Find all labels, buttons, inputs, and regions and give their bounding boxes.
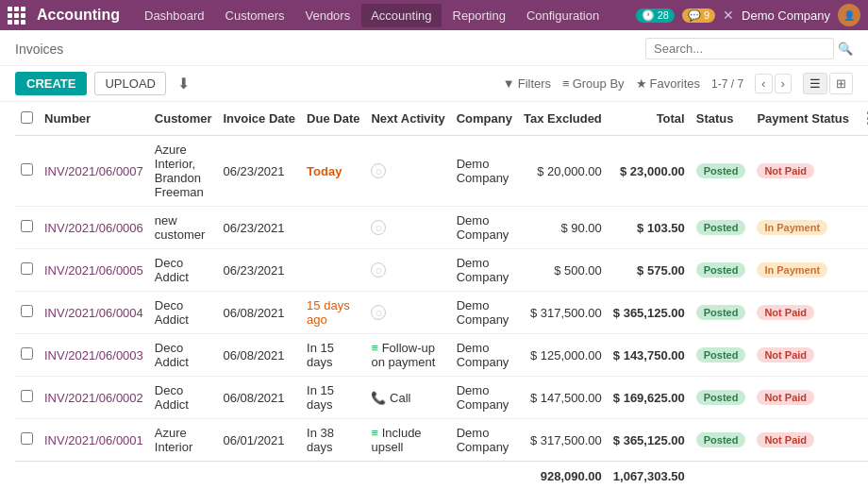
nav-accounting[interactable]: Accounting: [361, 4, 441, 27]
payment-status: Not Paid: [751, 292, 855, 334]
totals-empty4: [218, 462, 302, 490]
tax-excluded: $ 500.00: [518, 249, 608, 292]
prev-page-button[interactable]: ‹: [755, 74, 772, 93]
row-checkbox[interactable]: [21, 305, 33, 317]
list-view-button[interactable]: ☰: [803, 73, 827, 94]
grid-view-button[interactable]: ⊞: [829, 73, 853, 94]
row-checkbox-cell[interactable]: [15, 292, 39, 334]
activity-empty-icon[interactable]: ○: [371, 262, 386, 278]
row-checkbox-cell[interactable]: [15, 136, 39, 207]
invoices-table: Number Customer Invoice Date Due Date Ne…: [15, 102, 868, 489]
select-all-checkbox[interactable]: [21, 111, 33, 124]
activity-empty-icon[interactable]: ○: [371, 220, 386, 235]
invoices-tbody: INV/2021/06/0007Azure Interior, Brandon …: [15, 136, 868, 490]
invoice-number[interactable]: INV/2021/06/0007: [39, 136, 149, 207]
row-checkbox-cell[interactable]: [15, 207, 39, 249]
row-checkbox[interactable]: [21, 262, 33, 275]
next-page-button[interactable]: ›: [775, 74, 792, 93]
total: $ 365,125.00: [608, 292, 691, 334]
upload-button[interactable]: UPLOAD: [94, 72, 165, 95]
col-number[interactable]: Number: [39, 102, 149, 136]
total: $ 143,750.00: [608, 334, 691, 377]
row-checkbox[interactable]: [21, 432, 33, 445]
status: Posted: [691, 377, 752, 419]
invoice-number[interactable]: INV/2021/06/0003: [39, 334, 149, 377]
payment-status: Not Paid: [751, 334, 855, 377]
nav-vendors[interactable]: Vendors: [295, 4, 359, 27]
status-badge: Posted: [696, 163, 746, 178]
row-checkbox[interactable]: [21, 390, 33, 402]
pagination-buttons: ‹ ›: [755, 74, 792, 93]
payment-status-badge: Not Paid: [757, 305, 814, 320]
groupby-icon: ≡: [562, 76, 570, 91]
message-badge[interactable]: 💬 9: [682, 8, 715, 23]
invoice-number[interactable]: INV/2021/06/0001: [39, 419, 149, 462]
filters-button[interactable]: ▼ Filters: [503, 76, 551, 91]
search-input[interactable]: [645, 38, 834, 59]
tax-excluded: $ 147,500.00: [518, 377, 608, 419]
invoice-date: 06/08/2021: [218, 377, 302, 419]
col-payment-status[interactable]: Payment Status: [751, 102, 855, 136]
payment-status-badge: In Payment: [757, 262, 827, 278]
subheader: Invoices 🔍: [0, 30, 868, 66]
nav-links: Dashboard Customers Vendors Accounting R…: [135, 4, 628, 27]
due-date: In 15 days: [301, 377, 365, 419]
payment-status-badge: Not Paid: [757, 163, 814, 178]
status: Posted: [691, 292, 752, 334]
company-name[interactable]: Demo Company: [742, 8, 830, 23]
row-checkbox-cell[interactable]: [15, 334, 39, 377]
table-row: INV/2021/06/0003Deco Addict06/08/2021In …: [15, 334, 868, 377]
activity-badge[interactable]: 🕐 28: [636, 8, 675, 23]
today-label: Today: [307, 164, 342, 178]
nav-customers[interactable]: Customers: [216, 4, 294, 27]
nav-dashboard[interactable]: Dashboard: [135, 4, 214, 27]
download-button[interactable]: ⬇: [174, 73, 193, 94]
col-tax-excluded[interactable]: Tax Excluded: [518, 102, 608, 136]
search-icon[interactable]: 🔍: [838, 42, 853, 56]
status: Posted: [691, 334, 752, 377]
col-customer[interactable]: Customer: [149, 102, 218, 136]
invoice-number[interactable]: INV/2021/06/0002: [39, 377, 149, 419]
next-activity: ≡ Follow-up on payment: [365, 334, 450, 377]
invoice-date: 06/23/2021: [218, 249, 302, 292]
due-date: 15 days ago: [301, 292, 365, 334]
payment-status: Not Paid: [751, 377, 855, 419]
row-checkbox[interactable]: [21, 163, 33, 176]
total: $ 23,000.00: [608, 136, 691, 207]
invoice-number[interactable]: INV/2021/06/0006: [39, 207, 149, 249]
app-grid-icon[interactable]: [8, 7, 25, 25]
favorites-button[interactable]: ★ Favorites: [636, 76, 700, 91]
follow-up-icon: ≡: [371, 341, 378, 355]
group-by-button[interactable]: ≡ Group By: [562, 76, 625, 91]
col-next-activity[interactable]: Next Activity: [365, 102, 450, 136]
next-activity: 📞 Call: [365, 377, 450, 419]
create-button[interactable]: CREATE: [15, 72, 87, 95]
row-checkbox-cell[interactable]: [15, 249, 39, 292]
invoice-number[interactable]: INV/2021/06/0005: [39, 249, 149, 292]
activity-empty-icon[interactable]: ○: [371, 163, 386, 178]
col-invoice-date[interactable]: Invoice Date: [218, 102, 302, 136]
row-checkbox[interactable]: [21, 347, 33, 360]
kebab-icon[interactable]: ⋮: [860, 110, 868, 126]
table-row: INV/2021/06/0001Azure Interior06/01/2021…: [15, 419, 868, 462]
col-company[interactable]: Company: [451, 102, 518, 136]
activity-empty-icon[interactable]: ○: [371, 305, 386, 320]
company: Demo Company: [451, 377, 518, 419]
invoice-customer: Azure Interior, Brandon Freeman: [149, 136, 218, 207]
close-icon[interactable]: ✕: [723, 8, 734, 23]
avatar[interactable]: 👤: [838, 4, 860, 26]
col-total[interactable]: Total: [608, 102, 691, 136]
row-checkbox-cell[interactable]: [15, 377, 39, 419]
nav-reporting[interactable]: Reporting: [443, 4, 515, 27]
row-checkbox-cell[interactable]: [15, 419, 39, 462]
select-all-header[interactable]: [15, 102, 39, 136]
col-due-date[interactable]: Due Date: [301, 102, 365, 136]
total: $ 365,125.00: [608, 419, 691, 462]
row-checkbox[interactable]: [21, 220, 33, 232]
col-status[interactable]: Status: [691, 102, 752, 136]
invoice-number[interactable]: INV/2021/06/0004: [39, 292, 149, 334]
activity-label: Call: [390, 391, 410, 405]
filter-icon: ▼: [503, 76, 515, 91]
nav-configuration[interactable]: Configuration: [517, 4, 609, 27]
toolbar-left: CREATE UPLOAD ⬇: [15, 72, 193, 95]
